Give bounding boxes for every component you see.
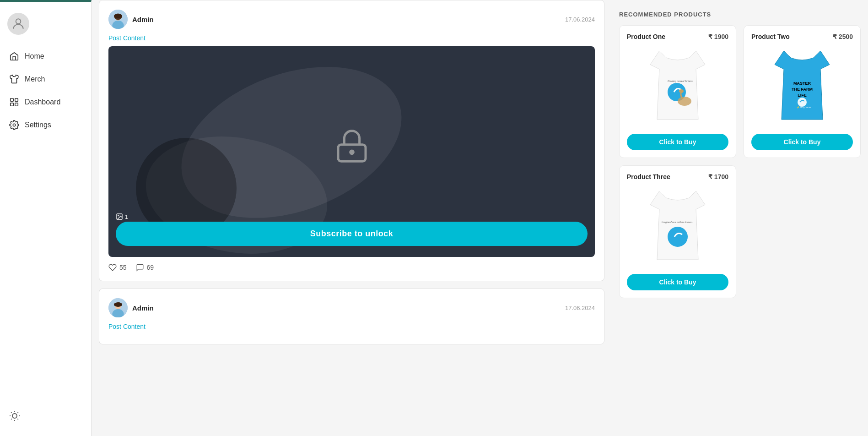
avatar[interactable] [7, 13, 29, 35]
product-price-2: ₹ 2500 [833, 33, 853, 40]
comment-icon [136, 263, 144, 272]
svg-point-23 [118, 215, 119, 216]
product-price-1: ₹ 1900 [708, 33, 728, 40]
home-icon [9, 51, 19, 61]
svg-point-0 [16, 19, 21, 24]
post-date-1: 17.06.2024 [565, 16, 595, 23]
product-image-2: MASTER THE FARM LIFE ⚡ OnlyHorse [768, 45, 836, 127]
product-name-1: Product One [627, 33, 665, 40]
locked-content-area: 1 Subscribe to unlock [108, 46, 595, 257]
products-grid: Product One ₹ 1900 Creating content for [619, 25, 861, 298]
svg-text:⚡ OnlyHorse: ⚡ OnlyHorse [797, 106, 811, 109]
post-content-label-2[interactable]: Post Content [108, 323, 595, 330]
svg-line-13 [11, 419, 11, 419]
sidebar-label-home: Home [25, 52, 44, 60]
sidebar: Home Merch Dashboard Settings [0, 0, 92, 436]
svg-point-19 [114, 14, 122, 18]
recommended-title: RECOMMENDED PRODUCTS [619, 11, 861, 18]
post-author-name-1: Admin [132, 16, 154, 23]
post-avatar-1 [108, 10, 128, 29]
post-content-label-1[interactable]: Post Content [108, 34, 595, 42]
svg-text:LIFE: LIFE [798, 93, 807, 98]
like-button-1[interactable]: 55 [108, 263, 127, 272]
svg-point-35 [798, 98, 807, 107]
svg-point-21 [350, 151, 353, 154]
svg-point-6 [12, 414, 17, 418]
theme-toggle-button[interactable] [9, 410, 82, 421]
product-image-3: Imagine if one built for horses... [643, 185, 712, 267]
comment-button-1[interactable]: 69 [136, 263, 154, 272]
right-panel: RECOMMENDED PRODUCTS Product One ₹ 1900 [612, 0, 868, 436]
post-header-1: Admin 17.06.2024 [108, 10, 595, 29]
post-footer-1: 55 69 [108, 263, 595, 272]
post-card-2: Admin 17.06.2024 Post Content [99, 289, 604, 344]
post-card-1: Admin 17.06.2024 Post Content [99, 0, 604, 281]
svg-rect-2 [15, 98, 18, 101]
product-card-1: Product One ₹ 1900 Creating content for [619, 25, 736, 158]
svg-line-10 [17, 419, 18, 419]
svg-line-14 [17, 412, 18, 413]
post-author-2: Admin [108, 298, 154, 317]
svg-rect-1 [11, 98, 13, 101]
sidebar-label-merch: Merch [25, 75, 45, 83]
svg-text:Creating content for fans: Creating content for fans [668, 80, 693, 82]
product-header-3: Product Three ₹ 1700 [627, 173, 728, 180]
click-to-buy-button-3[interactable]: Click to Buy [627, 274, 728, 290]
sidebar-label-settings: Settings [25, 121, 51, 129]
svg-text:Imagine if one built for horse: Imagine if one built for horses... [662, 221, 694, 223]
sidebar-item-merch[interactable]: Merch [0, 69, 91, 90]
image-count-badge: 1 [116, 213, 128, 220]
svg-text:THE FARM: THE FARM [792, 87, 813, 92]
subscribe-to-unlock-button[interactable]: Subscribe to unlock [116, 222, 588, 246]
product-image-1: Creating content for fans [643, 45, 712, 127]
image-icon [116, 213, 123, 220]
dashboard-icon [9, 97, 19, 107]
svg-rect-3 [11, 103, 13, 106]
product-price-3: ₹ 1700 [708, 173, 728, 180]
product-card-2: Product Two ₹ 2500 MASTER THE FARM LIFE … [744, 25, 861, 158]
comment-count-1: 69 [147, 264, 154, 271]
lock-icon-wrap [334, 128, 370, 166]
sun-icon [9, 410, 20, 421]
svg-line-9 [11, 412, 11, 413]
image-count-text: 1 [125, 213, 128, 220]
sidebar-item-home[interactable]: Home [0, 46, 91, 67]
settings-icon [9, 120, 19, 130]
click-to-buy-button-1[interactable]: Click to Buy [627, 134, 728, 150]
sidebar-bottom [0, 403, 91, 429]
sidebar-label-dashboard: Dashboard [25, 98, 60, 106]
click-to-buy-button-2[interactable]: Click to Buy [751, 134, 853, 150]
post-header-2: Admin 17.06.2024 [108, 298, 595, 317]
like-count-1: 55 [119, 264, 127, 271]
svg-point-37 [668, 227, 688, 247]
product-name-3: Product Three [627, 173, 670, 180]
heart-icon [108, 263, 117, 272]
svg-point-5 [13, 124, 16, 126]
product-name-2: Product Two [751, 33, 790, 40]
product-header-1: Product One ₹ 1900 [627, 33, 728, 40]
post-author-name-2: Admin [132, 304, 154, 312]
svg-rect-4 [15, 103, 18, 106]
lock-icon [334, 128, 370, 164]
sidebar-item-dashboard[interactable]: Dashboard [0, 92, 91, 113]
product-header-2: Product Two ₹ 2500 [751, 33, 853, 40]
sidebar-nav: Home Merch Dashboard Settings [0, 46, 91, 403]
subscribe-btn-wrap: Subscribe to unlock [116, 222, 588, 246]
svg-point-30 [679, 89, 684, 93]
main-content: Admin 17.06.2024 Post Content [92, 0, 612, 436]
svg-point-29 [678, 97, 691, 106]
post-author-1: Admin [108, 10, 154, 29]
svg-text:MASTER: MASTER [793, 81, 811, 86]
post-date-2: 17.06.2024 [565, 305, 595, 311]
merch-icon [9, 74, 19, 84]
product-card-3: Product Three ₹ 1700 Imagine if one buil… [619, 165, 736, 298]
sidebar-item-settings[interactable]: Settings [0, 114, 91, 136]
post-avatar-2 [108, 298, 128, 317]
svg-point-27 [114, 302, 122, 307]
